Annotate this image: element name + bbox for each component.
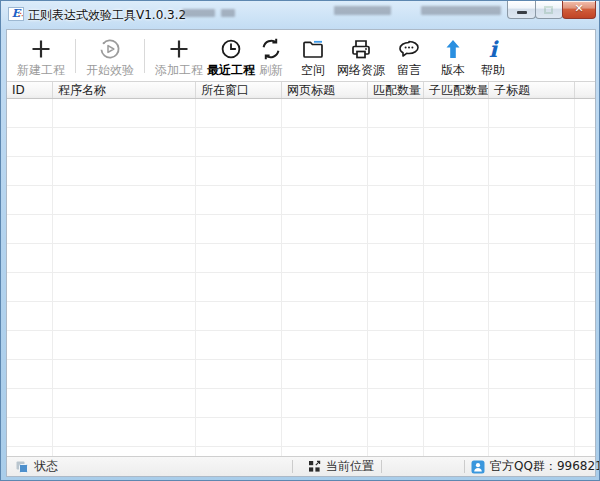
version-button[interactable]: 版本 — [439, 35, 467, 77]
grid-column — [196, 99, 282, 456]
grid-column — [368, 99, 424, 456]
column-header-page-title[interactable]: 网页标题 — [282, 82, 368, 98]
statusbar: 状态 当前位置 官方QQ群：9968 — [7, 456, 595, 476]
toolbar: 新建工程 开始效验 添加工程 — [7, 30, 595, 82]
current-position-item: 当前位置 — [308, 457, 374, 476]
printer-icon — [349, 37, 373, 61]
status-item: 状态 — [15, 457, 58, 476]
toolbar-button-label: 新建工程 — [17, 63, 65, 77]
grid-column — [424, 99, 489, 456]
status-icon — [15, 460, 29, 474]
window-controls: ✕ — [508, 1, 596, 19]
toolbar-button-label: 最近工程 — [207, 63, 255, 77]
table-body[interactable] — [7, 99, 595, 456]
comment-icon — [397, 37, 421, 61]
maximize-icon — [544, 6, 553, 14]
close-button[interactable]: ✕ — [562, 1, 596, 19]
column-header-submatch-count[interactable]: 子匹配数量 — [424, 82, 489, 98]
titlebar-watermark-artifact — [421, 6, 501, 15]
toolbar-separator — [144, 39, 145, 73]
statusbar-separator — [464, 460, 465, 473]
folder-icon — [301, 37, 325, 61]
grid-column — [282, 99, 368, 456]
column-header-window[interactable]: 所在窗口 — [196, 82, 282, 98]
grid-column — [53, 99, 196, 456]
refresh-button[interactable]: 刷新 — [257, 35, 285, 77]
minimize-icon — [517, 11, 527, 14]
info-icon: i — [481, 37, 505, 61]
toolbar-button-label: 帮助 — [481, 63, 505, 77]
content-frame: 新建工程 开始效验 添加工程 — [6, 29, 596, 477]
column-header-filler — [575, 82, 595, 98]
grid-column — [7, 99, 53, 456]
app-icon: E∴ — [8, 7, 24, 21]
toolbar-button-label: 刷新 — [259, 63, 283, 77]
minimize-button[interactable] — [507, 1, 536, 19]
column-header-match-count[interactable]: 匹配数量 — [368, 82, 424, 98]
toolbar-button-label: 添加工程 — [155, 63, 203, 77]
close-icon: ✕ — [563, 2, 595, 15]
maximize-button[interactable] — [535, 1, 563, 19]
toolbar-separator — [75, 39, 76, 73]
titlebar-watermark-artifact — [221, 9, 235, 17]
up-arrow-icon — [441, 37, 465, 61]
start-validation-button[interactable]: 开始效验 — [84, 35, 136, 77]
titlebar[interactable]: E∴ 正则表达式效验工具V1.0.3.2 ✕ — [1, 1, 599, 29]
qq-group-item[interactable]: 官方QQ群：99682169 — [471, 457, 600, 476]
qq-group-label: 官方QQ群：99682169 — [490, 458, 600, 475]
toolbar-button-label: 版本 — [441, 63, 465, 77]
recent-projects-button[interactable]: 最近工程 — [205, 35, 257, 77]
new-project-button[interactable]: 新建工程 — [15, 35, 67, 77]
toolbar-button-label: 网络资源 — [337, 63, 385, 77]
clock-icon — [219, 37, 243, 61]
titlebar-watermark-artifact — [182, 9, 215, 17]
message-button[interactable]: 留言 — [395, 35, 423, 77]
toolbar-button-label: 留言 — [397, 63, 421, 77]
space-button[interactable]: 空间 — [299, 35, 327, 77]
svg-text:i: i — [489, 37, 500, 61]
app-window: E∴ 正则表达式效验工具V1.0.3.2 ✕ 新建工程 — [0, 0, 600, 481]
play-circle-icon — [98, 37, 122, 61]
titlebar-watermark-artifact — [334, 6, 391, 15]
table-header: ID 程序名称 所在窗口 网页标题 匹配数量 子匹配数量 子标题 — [7, 82, 595, 99]
column-header-subtitle[interactable]: 子标题 — [489, 82, 575, 98]
qq-contact-icon — [471, 460, 485, 474]
position-icon — [308, 460, 321, 473]
add-project-button[interactable]: 添加工程 — [153, 35, 205, 77]
help-button[interactable]: i 帮助 — [479, 35, 507, 77]
status-label: 状态 — [34, 458, 58, 475]
statusbar-separator — [381, 460, 382, 473]
window-title: 正则表达式效验工具V1.0.3.2 — [28, 7, 186, 24]
column-header-program-name[interactable]: 程序名称 — [53, 82, 196, 98]
plus-icon — [167, 37, 191, 61]
network-resources-button[interactable]: 网络资源 — [335, 35, 387, 77]
current-position-label: 当前位置 — [326, 458, 374, 475]
grid-column — [489, 99, 575, 456]
grid-column — [575, 99, 595, 456]
toolbar-button-label: 开始效验 — [86, 63, 134, 77]
plus-icon — [29, 37, 53, 61]
statusbar-separator — [292, 460, 293, 473]
column-header-id[interactable]: ID — [7, 82, 53, 98]
toolbar-button-label: 空间 — [301, 63, 325, 77]
refresh-icon — [259, 37, 283, 61]
